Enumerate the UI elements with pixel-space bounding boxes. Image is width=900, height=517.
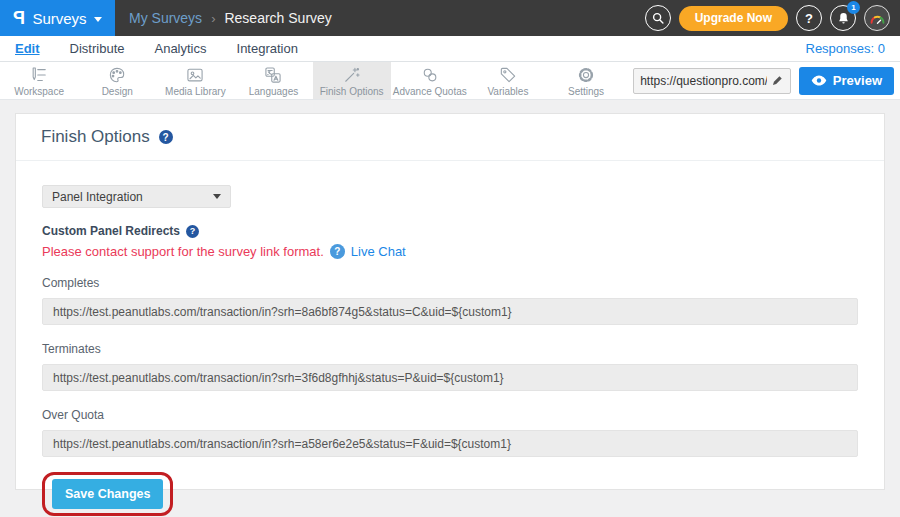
toolbar-tab-label: Languages: [249, 86, 299, 97]
workspace-icon: [29, 67, 49, 84]
upgrade-now-button[interactable]: Upgrade Now: [679, 6, 788, 31]
palette-icon: [107, 67, 127, 84]
responses-count[interactable]: Responses: 0: [806, 41, 886, 56]
panel-type-select[interactable]: Panel Integration: [42, 185, 231, 208]
magic-wand-icon: [342, 67, 362, 84]
terminates-field-group: Terminates: [42, 342, 858, 391]
toolbar-tab-label: Settings: [568, 86, 604, 97]
toolbar-tab-design[interactable]: Design: [78, 62, 156, 99]
image-icon: [185, 67, 205, 84]
edit-pencil-icon[interactable]: [771, 74, 784, 87]
topbar-actions: Upgrade Now ? 1: [645, 5, 890, 31]
completes-field-group: Completes: [42, 276, 858, 325]
terminates-url-input[interactable]: [42, 364, 858, 391]
help-button[interactable]: ?: [796, 5, 822, 31]
custom-panel-redirects-heading: Custom Panel Redirects ?: [42, 224, 858, 238]
survey-url-input[interactable]: [640, 74, 767, 88]
terminates-label: Terminates: [42, 342, 858, 356]
toolbar-tab-label: Advance Quotas: [393, 86, 467, 97]
over-quota-field-group: Over Quota: [42, 408, 858, 457]
preview-button-label: Preview: [833, 73, 882, 88]
breadcrumb-separator: ›: [211, 11, 215, 26]
notifications-button[interactable]: 1: [830, 5, 856, 31]
panel-type-select-value: Panel Integration: [52, 190, 143, 204]
toolbar-tab-languages[interactable]: Languages: [234, 62, 312, 99]
search-button[interactable]: [645, 5, 671, 31]
breadcrumb-my-surveys[interactable]: My Surveys: [129, 10, 202, 26]
save-row: Save Changes: [42, 472, 858, 516]
search-icon: [651, 11, 665, 25]
support-note-line: Please contact support for the survey li…: [42, 244, 858, 259]
toolbar-tab-label: Finish Options: [320, 86, 384, 97]
notification-badge: 1: [847, 1, 860, 14]
surveys-menu-label: Surveys: [32, 10, 86, 27]
edit-toolbar: Workspace Design Media Library Languages…: [0, 62, 900, 100]
tab-analytics[interactable]: Analytics: [154, 41, 206, 56]
over-quota-label: Over Quota: [42, 408, 858, 422]
completes-url-input[interactable]: [42, 298, 858, 325]
tab-integration[interactable]: Integration: [237, 41, 298, 56]
red-highlight-annotation: Save Changes: [42, 472, 173, 516]
completes-label: Completes: [42, 276, 858, 290]
gauge-icon: [869, 12, 886, 25]
survey-url-box: [633, 68, 791, 94]
chain-link-icon: [420, 67, 440, 84]
toolbar-tab-label: Workspace: [14, 86, 64, 97]
tag-icon: [498, 67, 518, 84]
over-quota-url-input[interactable]: [42, 430, 858, 457]
topbar: P Surveys My Surveys › Research Survey U…: [0, 0, 900, 36]
tab-distribute[interactable]: Distribute: [70, 41, 125, 56]
question-icon: ?: [805, 11, 813, 26]
eye-icon: [811, 75, 827, 86]
questionpro-logo: P: [13, 8, 25, 29]
surveys-menu[interactable]: P Surveys: [0, 0, 115, 36]
gear-icon: [576, 67, 596, 84]
toolbar-tab-finish-options[interactable]: Finish Options: [313, 62, 391, 99]
page-content: Finish Options ? Panel Integration Custo…: [0, 100, 900, 517]
preview-button[interactable]: Preview: [799, 67, 894, 95]
card-header: Finish Options ?: [16, 114, 884, 161]
toolbar-tab-label: Variables: [487, 86, 528, 97]
toolbar-tab-variables[interactable]: Variables: [469, 62, 547, 99]
redirects-help-icon[interactable]: ?: [186, 225, 199, 238]
toolbar-tab-workspace[interactable]: Workspace: [0, 62, 78, 99]
account-avatar[interactable]: [864, 5, 890, 31]
survey-nav: Edit Distribute Analytics Integration Re…: [0, 36, 900, 62]
save-changes-button[interactable]: Save Changes: [52, 479, 163, 509]
finish-options-help-icon[interactable]: ?: [159, 130, 173, 144]
chevron-down-icon: [94, 17, 102, 22]
breadcrumb: My Surveys › Research Survey: [129, 10, 332, 26]
support-note-text: Please contact support for the survey li…: [42, 244, 324, 259]
bell-icon: [837, 12, 850, 25]
translate-icon: [263, 67, 283, 84]
toolbar-tab-advance-quotas[interactable]: Advance Quotas: [391, 62, 469, 99]
breadcrumb-current-survey: Research Survey: [224, 10, 331, 26]
page-title: Finish Options: [41, 127, 150, 147]
chevron-down-icon: [213, 194, 221, 199]
toolbar-tab-media-library[interactable]: Media Library: [156, 62, 234, 99]
finish-options-card: Finish Options ? Panel Integration Custo…: [15, 113, 885, 490]
toolbar-tab-settings[interactable]: Settings: [547, 62, 625, 99]
card-body: Panel Integration Custom Panel Redirects…: [16, 161, 884, 517]
toolbar-tab-label: Design: [102, 86, 133, 97]
live-chat-icon[interactable]: ?: [330, 244, 345, 259]
section-label-text: Custom Panel Redirects: [42, 224, 180, 238]
tab-edit[interactable]: Edit: [15, 41, 40, 56]
live-chat-link[interactable]: Live Chat: [351, 244, 406, 259]
toolbar-tab-label: Media Library: [165, 86, 226, 97]
